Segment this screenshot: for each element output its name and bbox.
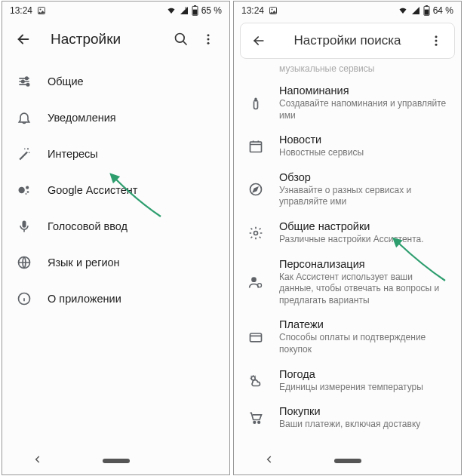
svg-point-1 (40, 9, 41, 11)
item-sub: Создавайте напоминания и управляйте ими (279, 98, 449, 121)
item-label: Напоминания (279, 84, 449, 97)
svg-point-24 (272, 9, 273, 11)
page-title: Настройки поиска (272, 33, 423, 48)
list-item-interests[interactable]: Интересы (2, 136, 229, 172)
svg-rect-26 (426, 5, 428, 6)
svg-point-16 (19, 187, 25, 193)
globe-icon (13, 255, 35, 270)
item-label: О приложении (48, 293, 217, 305)
overflow-button[interactable] (195, 26, 222, 53)
nav-back[interactable] (32, 454, 43, 468)
nav-bar (234, 447, 461, 474)
svg-point-15 (24, 149, 26, 150)
list-item-general-settings[interactable]: Общие настройки Различные настройки Асси… (234, 214, 461, 252)
svg-point-11 (22, 80, 24, 82)
nav-home-pill[interactable] (103, 459, 130, 463)
settings-list: Напоминания Создавайте напоминания и упр… (234, 78, 461, 437)
list-item-overview[interactable]: Обзор Узнавайте о разных сервисах и упра… (234, 165, 461, 214)
person-icon (244, 275, 267, 290)
bell-icon (13, 110, 35, 125)
item-label: Платежи (279, 318, 449, 330)
app-bar: Настройки (2, 20, 229, 59)
item-label: Персонализация (279, 258, 449, 270)
mic-icon (13, 219, 35, 234)
item-label: Новости (279, 134, 449, 146)
status-time: 13:24 (241, 5, 264, 16)
list-item-language-region[interactable]: Язык и регион (2, 244, 229, 281)
nav-home-pill[interactable] (334, 459, 361, 463)
news-icon (244, 139, 267, 154)
phone-left: 13:24 x 65 % Настройки (2, 1, 230, 475)
app-bar: Настройки поиска (240, 23, 455, 59)
list-item-news[interactable]: Новости Новостные сервисы (234, 127, 461, 165)
gear-icon (244, 226, 267, 241)
list-item-purchases[interactable]: Покупки Ваши платежи, включая доставку (234, 399, 461, 437)
svg-rect-27 (424, 10, 429, 15)
list-item-about[interactable]: О приложении (2, 281, 229, 317)
wifi-icon (398, 6, 408, 15)
list-item-reminders[interactable]: Напоминания Создавайте напоминания и упр… (234, 78, 461, 127)
picture-icon (37, 6, 46, 15)
item-sub: Различные настройки Ассистента. (279, 234, 449, 246)
list-item-payments[interactable]: Платежи Способы оплаты и подтверждение п… (234, 312, 461, 361)
svg-point-14 (29, 152, 30, 154)
svg-point-38 (254, 421, 256, 423)
item-sub: Узнавайте о разных сервисах и управляйте… (279, 185, 449, 208)
status-battery: 65 % (201, 5, 222, 16)
list-item-google-assistant[interactable]: Google Ассистент (2, 172, 229, 208)
item-label: Интересы (48, 148, 217, 160)
back-button[interactable] (10, 26, 37, 53)
faded-previous-item: музыкальные сервисы (234, 59, 461, 78)
status-time: 13:24 (10, 5, 32, 16)
svg-point-8 (207, 38, 210, 41)
svg-point-29 (435, 40, 438, 42)
item-label: Погода (279, 368, 449, 380)
item-label: Google Ассистент (48, 184, 217, 196)
list-item-voice-input[interactable]: Голосовой ввод (2, 208, 229, 244)
overflow-button[interactable] (423, 27, 450, 54)
info-icon (13, 291, 35, 306)
card-icon (244, 330, 267, 345)
svg-point-33 (254, 231, 258, 235)
compass-icon (244, 182, 267, 197)
sliders-icon (13, 74, 35, 89)
svg-point-18 (27, 191, 29, 193)
svg-point-6 (176, 34, 185, 43)
reminder-icon (244, 96, 267, 111)
svg-point-34 (251, 277, 257, 282)
list-item-notifications[interactable]: Уведомления (2, 100, 229, 136)
signal-icon: x (180, 6, 189, 15)
nav-bar (2, 447, 229, 474)
item-sub: Единицы измерения температуры (279, 382, 449, 394)
item-sub: Как Ассистент использует ваши данные, чт… (279, 272, 449, 307)
item-label: Общие (48, 75, 217, 88)
svg-point-12 (26, 84, 29, 86)
svg-point-17 (26, 186, 29, 189)
item-label: Общие настройки (279, 220, 449, 232)
back-button[interactable] (245, 27, 272, 54)
item-label: Язык и регион (48, 256, 217, 269)
svg-point-39 (258, 421, 260, 423)
status-bar: 13:24 64 % (234, 2, 461, 20)
list-item-general[interactable]: Общие (2, 63, 229, 100)
svg-rect-31 (250, 142, 262, 152)
svg-point-10 (26, 77, 28, 79)
weather-icon (244, 373, 267, 388)
nav-back[interactable] (264, 454, 275, 468)
svg-rect-4 (194, 5, 196, 6)
list-item-personalization[interactable]: Персонализация Как Ассистент использует … (234, 252, 461, 313)
svg-point-13 (27, 148, 29, 149)
svg-rect-36 (250, 333, 262, 342)
item-label: Обзор (279, 171, 449, 183)
item-sub: Новостные сервисы (279, 147, 449, 159)
search-button[interactable] (167, 26, 195, 53)
settings-list: Общие Уведомления Интересы Google Ассист… (2, 59, 229, 317)
list-item-weather[interactable]: Погода Единицы измерения температуры (234, 362, 461, 400)
item-label: Покупки (279, 405, 449, 417)
battery-icon (192, 5, 198, 16)
item-label: Уведомления (48, 112, 217, 124)
phone-right: 13:24 64 % Настройки поиска музыкальные … (233, 1, 462, 475)
cart-icon (244, 410, 267, 425)
svg-point-30 (435, 44, 438, 46)
signal-icon (411, 6, 420, 15)
